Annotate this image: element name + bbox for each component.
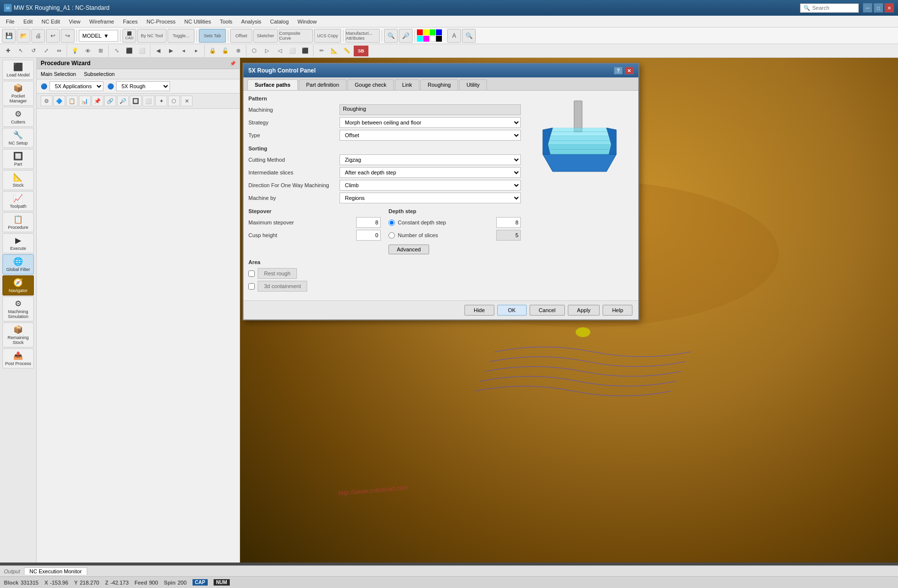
machine-by-select[interactable]: Regions [340,193,521,203]
sidebar-load-model[interactable]: ⬛ Load Model [2,60,34,80]
tb2-grid[interactable]: ⊞ [95,46,106,56]
tb2-nav1[interactable]: ◀ [152,46,164,56]
close-button[interactable]: ✕ [884,3,894,13]
menu-nc-edit[interactable]: NC Edit [38,18,64,25]
model-dropdown[interactable]: MODEL ▼ [79,30,118,42]
sketcher-btn[interactable]: Sketcher [253,29,278,43]
tb2-nc2[interactable]: ▷ [261,46,273,56]
tb-btn-redo[interactable]: ↪ [61,29,74,43]
wiz-tb-6[interactable]: 🔗 [104,96,116,106]
menu-window[interactable]: Window [293,18,320,25]
rest-rough-checkbox[interactable] [248,270,255,277]
num-slices-value[interactable] [496,230,521,241]
wiz-tb-11[interactable]: ⬡ [168,96,180,106]
by-nc-tool-btn[interactable]: By NC Tool [137,29,167,43]
tb2-sb[interactable]: SB [354,46,368,56]
tb-btn-2[interactable]: 📂 [17,29,30,43]
tb2-edit2[interactable]: 📐 [328,46,340,56]
tb2-edit1[interactable]: ✏ [316,46,327,56]
sidebar-post-process[interactable]: 📤 Post Process [2,348,34,368]
color-magenta[interactable] [423,36,429,42]
tb2-more1[interactable]: ⤡ [111,46,122,56]
tb2-mirror[interactable]: ⇔ [53,46,65,56]
sidebar-pocket-manager[interactable]: 📦 Pocket Manager [2,81,34,106]
tb2-lock[interactable]: 🔒 [207,46,218,56]
tb2-nc1[interactable]: ⬡ [248,46,260,56]
constant-depth-radio[interactable] [388,220,395,226]
tb2-light[interactable]: 💡 [69,46,81,56]
tb2-rotate[interactable]: ↺ [27,46,39,56]
tb2-select[interactable]: ✚ [2,46,14,56]
sidebar-machining-sim[interactable]: ⚙ Machining Simulation [2,296,34,321]
sidebar-navigator[interactable]: 🧭 Navigator [2,275,34,295]
menu-edit[interactable]: Edit [20,18,37,25]
zoom2-btn[interactable]: 🔎 [399,29,413,43]
zoom3-btn[interactable]: 🔍 [462,29,476,43]
wiz-tb-8[interactable]: 🔲 [130,96,142,106]
menu-tools[interactable]: Tools [216,18,237,25]
offset-btn[interactable]: Offset [230,29,252,43]
tb2-unlock[interactable]: 🔓 [219,46,231,56]
tb-btn-3[interactable]: 🖨 [31,29,45,43]
composite-curve-btn[interactable]: Composite Curve [279,29,313,43]
tb2-more3[interactable]: ⬜ [136,46,148,56]
tb2-nc4[interactable]: ⬜ [287,46,298,56]
cutting-method-select[interactable]: Zigzag [340,154,521,165]
wiz-tb-9[interactable]: ⬜ [143,96,154,106]
menu-nc-utilities[interactable]: NC Utilities [180,18,215,25]
sidebar-remaining-stock[interactable]: 📦 Remaining Stock [2,322,34,347]
tb2-nav3[interactable]: ◂ [178,46,190,56]
menu-nc-process[interactable]: NC-Process [143,18,179,25]
switch-cad-btn[interactable]: ⬛ CAD [122,29,136,43]
toggle-motion-btn[interactable]: Toggle... [168,29,194,43]
tb2-arrow[interactable]: ↖ [15,46,26,56]
wiz-tb-5[interactable]: 📌 [92,96,103,106]
ucs-copy-btn[interactable]: UCS Copy [314,29,341,43]
wiz-tb-4[interactable]: 📊 [79,96,91,106]
menu-analysis[interactable]: Analysis [237,18,265,25]
constant-depth-value[interactable] [496,217,521,228]
num-slices-radio[interactable] [388,232,395,239]
cancel-button[interactable]: Cancel [530,305,565,316]
ok-button[interactable]: OK [497,305,527,316]
color-green[interactable] [430,29,436,35]
tab-gouge-check[interactable]: Gouge check [347,79,394,90]
search-input[interactable] [812,5,851,11]
tb2-nav4[interactable]: ▸ [191,46,202,56]
tab-roughing[interactable]: Roughing [420,79,458,90]
font-btn[interactable]: A [447,29,461,43]
nc-execution-tab[interactable]: NC Execution Monitor [24,567,87,575]
help-button[interactable]: Help [603,305,632,316]
sets-tab-btn[interactable]: Sets Tab [199,29,226,43]
sidebar-stock[interactable]: 📐 Stock [2,170,34,190]
tb2-scale[interactable]: ⤢ [40,46,52,56]
max-stepover-input[interactable] [356,217,381,228]
tb2-snap[interactable]: ⊕ [232,46,244,56]
dialog-help-btn[interactable]: ? [614,67,623,74]
intermediate-slices-select[interactable]: After each depth step [340,167,521,178]
tb2-more2[interactable]: ⬛ [123,46,135,56]
wiz-tb-3[interactable]: 📋 [66,96,78,106]
menu-file[interactable]: File [2,18,19,25]
tb2-nav2[interactable]: ▶ [165,46,177,56]
tb-btn-1[interactable]: 💾 [2,29,16,43]
color-cyan[interactable] [417,36,423,42]
menu-catalog[interactable]: Catalog [266,18,292,25]
rest-rough-btn[interactable]: Rest rough [258,268,297,279]
tab-surface-paths[interactable]: Surface paths [247,79,298,90]
tb2-view[interactable]: 👁 [82,46,94,56]
sidebar-cutters[interactable]: ⚙ Cutters [2,107,34,127]
wiz-tb-10[interactable]: ✦ [155,96,167,106]
advanced-button[interactable]: Advanced [388,245,429,254]
sidebar-part[interactable]: 🔲 Part [2,149,34,169]
minimize-button[interactable]: ─ [863,3,873,13]
rough-control-panel-dialog[interactable]: 5X Rough Control Panel ? ✕ Surface paths… [243,63,639,320]
maximize-button[interactable]: □ [874,3,883,13]
direction-select[interactable]: Climb [340,180,521,191]
rough-dropdown[interactable]: 5X Rough [116,81,170,91]
tb2-nc5[interactable]: ⬛ [299,46,311,56]
sidebar-nc-setup[interactable]: 🔧 NC Setup [2,128,34,148]
tb-btn-undo[interactable]: ↩ [46,29,60,43]
sidebar-toolpath[interactable]: 📈 Toolpath [2,191,34,211]
pin-button[interactable]: 📌 [230,61,236,66]
